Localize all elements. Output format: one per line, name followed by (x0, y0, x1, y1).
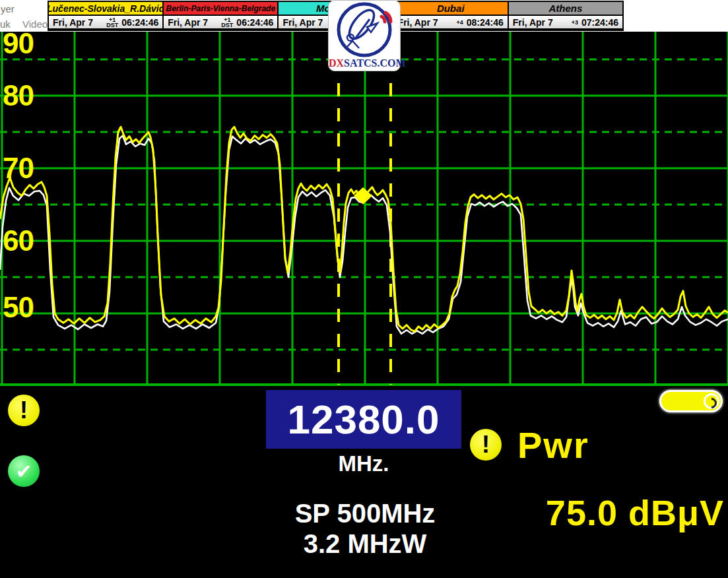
clock-city-label: Lučenec-Slovakia_R.Dávid (49, 2, 162, 16)
clock-tz: +3 (572, 20, 578, 25)
frequency-unit: MHz. (266, 451, 461, 476)
browser-menu-video[interactable]: Video (22, 18, 48, 30)
clock-time: 07:24:46 (581, 17, 618, 28)
pwr-value-large: 75.0 dBμV (546, 492, 724, 533)
clock-time: 06:24:46 (121, 17, 158, 28)
clock-date: Fri, Apr 7 (168, 17, 208, 28)
y-tick-60: 60 (3, 226, 34, 255)
frequency-display[interactable]: 12380.0 (266, 390, 461, 449)
y-tick-50: 50 (3, 293, 34, 322)
clock-time: 08:24:46 (467, 17, 504, 28)
cn-ok-check-icon: ✔ (8, 455, 40, 487)
span-readout: SP 500MHz (233, 499, 497, 529)
browser-text-fragment: yer (1, 3, 15, 15)
clock-city-label: Berlin-Paris-Vienna-Belgrade (164, 2, 277, 16)
power-toggle-switch[interactable] (659, 390, 723, 412)
pwr-label-large: Pwr (517, 424, 589, 466)
pwr-warning-icon-large: ! (470, 429, 502, 461)
clock-time: 06:24:46 (236, 17, 273, 28)
clock-tz: +4 (457, 20, 463, 25)
clock-time-row: Fri, Apr 7 +4 08:24:46 (394, 16, 508, 28)
clock-date: Fri, Apr 7 (53, 17, 93, 28)
clock-city-label: Athens (509, 2, 622, 16)
frequency-value: 12380.0 (287, 396, 440, 443)
clock-berlin: Berlin-Paris-Vienna-Belgrade Fri, Apr 7 … (164, 2, 279, 30)
dxsatcs-logo: DXSATCS.COM (328, 0, 401, 71)
readout-panel: ! Pwr 75.0 dBμV ✔ C/N 19.0 dB 12380.0 MH… (0, 386, 728, 578)
clock-lucenec: Lučenec-Slovakia_R.Dávid Fri, Apr 7 +1DS… (49, 2, 164, 30)
dxsatcs-logo-text: DXSATCS.COM (329, 57, 400, 69)
satellite-dish-icon (329, 1, 400, 57)
clock-athens: Athens Fri, Apr 7 +3 07:24:46 (509, 2, 622, 30)
spectrum-analyzer-screen: 90 80 70 60 50 yer uk Video Lučenec-Slov… (0, 0, 728, 578)
clock-date: Fri, Apr 7 (513, 17, 553, 28)
clock-tz: +1DST (106, 17, 118, 28)
clock-time-row: Fri, Apr 7 +3 07:24:46 (509, 16, 622, 28)
browser-text-fragment: uk (0, 18, 11, 30)
pwr-warning-icon: ! (8, 395, 40, 426)
y-tick-90: 90 (3, 29, 34, 58)
toggle-knob-icon (704, 393, 719, 409)
browser-window-remnant: yer uk Video (0, 0, 48, 32)
clock-dubai: Dubai Fri, Apr 7 +4 08:24:46 (394, 2, 509, 30)
clock-time-row: Fri, Apr 7 +1DST 06:24:46 (164, 16, 277, 28)
clock-city-label: Dubai (394, 2, 508, 16)
clock-tz: +1DST (221, 17, 233, 28)
y-tick-80: 80 (3, 81, 34, 110)
clock-date: Fri, Apr 7 (282, 17, 323, 28)
clock-date: Fri, Apr 7 (398, 17, 438, 28)
y-tick-70: 70 (3, 154, 34, 183)
clock-time-row: Fri, Apr 7 +1DST 06:24:46 (49, 16, 162, 28)
bandwidth-readout: 3.2 MHzW (233, 529, 497, 559)
